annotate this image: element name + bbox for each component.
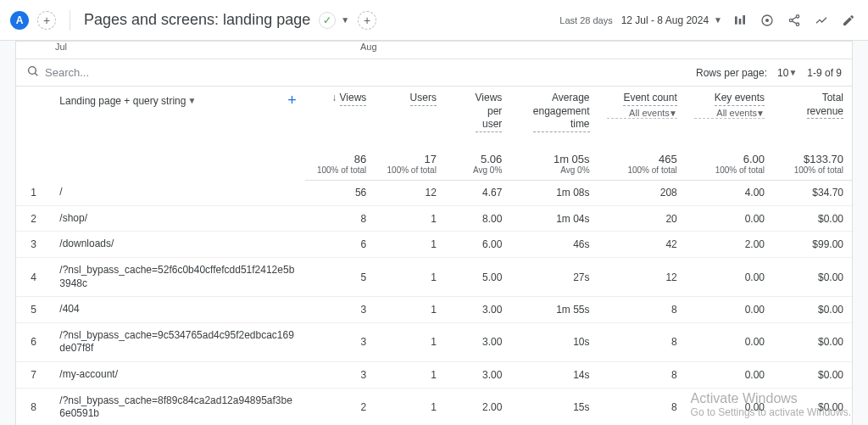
- axis-label-aug: Aug: [360, 42, 377, 52]
- col-key-events[interactable]: Key events All events ▼: [686, 87, 773, 137]
- table-row[interactable]: 2/shop/818.001m 04s200.00$0.00: [16, 205, 852, 232]
- col-vpu[interactable]: Views per user: [445, 87, 510, 137]
- col-total-revenue[interactable]: Total revenue: [773, 87, 852, 137]
- insights-icon[interactable]: [758, 11, 776, 30]
- search-input[interactable]: [45, 66, 299, 79]
- date-range-label: Last 28 days: [559, 15, 612, 25]
- total-key: 6.00: [743, 153, 765, 165]
- row-views: 3: [305, 322, 376, 361]
- table-controls: Rows per page: 10 ▼ 1-9 of 9: [16, 59, 852, 87]
- row-key: 4.00: [686, 180, 773, 205]
- add-comparison-button[interactable]: +: [37, 11, 56, 30]
- row-aet: 10s: [510, 322, 598, 361]
- row-views: 3: [305, 362, 376, 389]
- col-key-scope[interactable]: All events ▼: [694, 108, 765, 119]
- row-path[interactable]: /?nsl_bypass_cache=9c534765ad4c95f2edbca…: [51, 322, 304, 361]
- row-vpu: 8.00: [445, 205, 510, 232]
- row-aet: 14s: [510, 362, 598, 389]
- row-index: 3: [16, 232, 51, 258]
- row-rev: $0.00: [773, 322, 852, 361]
- row-aet: 1m 04s: [510, 205, 598, 232]
- row-aet: 1m 08s: [510, 180, 598, 205]
- row-key: 0.00: [686, 388, 773, 425]
- pager-range: 1-9 of 9: [807, 67, 842, 79]
- row-rev: $0.00: [773, 297, 852, 323]
- row-index: 4: [16, 258, 51, 297]
- chevron-down-icon[interactable]: ▼: [714, 15, 722, 25]
- col-users-label: Users: [410, 92, 437, 106]
- col-vpu-label: Views per user: [476, 92, 503, 132]
- row-path[interactable]: /404: [51, 297, 304, 323]
- row-index: 6: [16, 322, 51, 361]
- row-path[interactable]: /?nsl_bypass_cache=8f89c84ca2ad12a94895a…: [51, 388, 304, 425]
- date-range-value[interactable]: 12 Jul - 8 Aug 2024: [621, 14, 709, 26]
- table-row[interactable]: 4/?nsl_bypass_cache=52f6c0b40cffefcdd51f…: [16, 258, 852, 297]
- header-left: A + Pages and screens: landing page ✓ ▼ …: [10, 10, 376, 31]
- col-events-scope[interactable]: All events ▼: [607, 108, 677, 119]
- sort-down-icon: ↓: [331, 92, 337, 103]
- dimension-picker[interactable]: Landing page + query string ▼: [59, 95, 196, 107]
- total-views: 86: [354, 153, 366, 165]
- col-events-label: Event count: [623, 92, 676, 106]
- page-title: Pages and screens: landing page: [84, 11, 310, 29]
- row-events: 20: [598, 205, 686, 232]
- chevron-down-icon[interactable]: ▼: [341, 15, 349, 25]
- row-path[interactable]: /downloads/: [51, 232, 304, 258]
- rows-per-page-label: Rows per page:: [696, 67, 767, 79]
- col-events[interactable]: Event count All events ▼: [598, 87, 686, 137]
- table-row[interactable]: 7/my-account/313.0014s80.00$0.00: [16, 362, 852, 389]
- col-rev-label: Total revenue: [807, 92, 843, 119]
- account-badge[interactable]: A: [10, 11, 29, 30]
- trend-icon[interactable]: [812, 11, 831, 30]
- table-row[interactable]: 8/?nsl_bypass_cache=8f89c84ca2ad12a94895…: [16, 388, 852, 425]
- row-users: 1: [375, 258, 445, 297]
- row-path[interactable]: /: [51, 180, 304, 205]
- chevron-down-icon: ▼: [187, 96, 196, 105]
- row-vpu: 5.00: [445, 258, 510, 297]
- status-check-icon[interactable]: ✓: [319, 12, 336, 29]
- row-key: 0.00: [686, 205, 773, 232]
- row-index: 8: [16, 388, 51, 425]
- total-users: 17: [424, 153, 436, 165]
- col-users[interactable]: Users: [375, 87, 445, 137]
- row-aet: 1m 55s: [510, 297, 598, 323]
- table-row[interactable]: 5/404313.001m 55s80.00$0.00: [16, 297, 852, 323]
- row-users: 1: [375, 297, 445, 323]
- col-aet[interactable]: Average engagement time: [510, 87, 598, 137]
- row-views: 5: [305, 258, 376, 297]
- rows-per-page-select[interactable]: 10 ▼: [777, 67, 797, 79]
- row-views: 3: [305, 297, 376, 323]
- row-index: 5: [16, 297, 51, 323]
- customize-report-icon[interactable]: [731, 11, 749, 30]
- col-views[interactable]: ↓ Views: [305, 87, 376, 137]
- table-row[interactable]: 6/?nsl_bypass_cache=9c534765ad4c95f2edbc…: [16, 322, 852, 361]
- row-events: 12: [598, 258, 686, 297]
- col-views-label: Views: [340, 92, 367, 106]
- table-row[interactable]: 1/56124.671m 08s2084.00$34.70: [16, 180, 852, 205]
- row-path[interactable]: /my-account/: [51, 362, 304, 389]
- total-aet: 1m 05s: [554, 153, 590, 165]
- search-box: [26, 64, 696, 81]
- share-icon[interactable]: [785, 11, 804, 30]
- row-path[interactable]: /shop/: [51, 205, 304, 232]
- report-card: Jul Aug Rows per page: 10 ▼ 1-9 of 9: [15, 41, 853, 425]
- search-icon: [26, 64, 40, 81]
- edit-icon[interactable]: [839, 11, 858, 30]
- row-rev: $99.00: [773, 232, 852, 258]
- row-rev: $0.00: [773, 258, 852, 297]
- add-dimension-button[interactable]: +: [287, 92, 297, 109]
- add-secondary-button[interactable]: +: [358, 11, 376, 30]
- row-users: 1: [375, 388, 445, 425]
- col-key-scope-label: All events: [716, 108, 757, 118]
- row-path[interactable]: /?nsl_bypass_cache=52f6c0b40cffefcdd51f2…: [51, 258, 304, 297]
- total-key-sub: 100% of total: [694, 165, 765, 175]
- row-key: 0.00: [686, 322, 773, 361]
- table-pager: Rows per page: 10 ▼ 1-9 of 9: [696, 67, 842, 79]
- row-key: 0.00: [686, 297, 773, 323]
- svg-line-9: [793, 20, 797, 23]
- table-row[interactable]: 3/downloads/616.0046s422.00$99.00: [16, 232, 852, 258]
- chevron-down-icon: ▼: [788, 68, 797, 77]
- row-key: 0.00: [686, 258, 773, 297]
- data-table: Landing page + query string ▼ + ↓ Views …: [16, 87, 852, 425]
- axis-label-jul: Jul: [55, 42, 360, 52]
